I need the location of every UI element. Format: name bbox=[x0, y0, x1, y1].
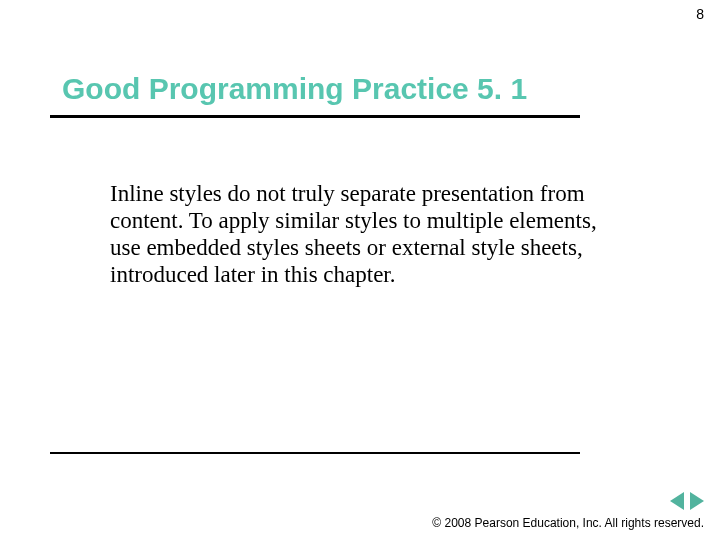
page-number: 8 bbox=[696, 6, 704, 22]
body-text: Inline styles do not truly separate pres… bbox=[110, 180, 600, 289]
bottom-rule bbox=[50, 452, 580, 454]
title-underline bbox=[50, 115, 580, 118]
prev-slide-icon[interactable] bbox=[670, 492, 684, 510]
nav-controls bbox=[670, 492, 704, 510]
copyright-footer: © 2008 Pearson Education, Inc. All right… bbox=[432, 516, 704, 530]
slide-title: Good Programming Practice 5. 1 bbox=[62, 72, 527, 106]
next-slide-icon[interactable] bbox=[690, 492, 704, 510]
